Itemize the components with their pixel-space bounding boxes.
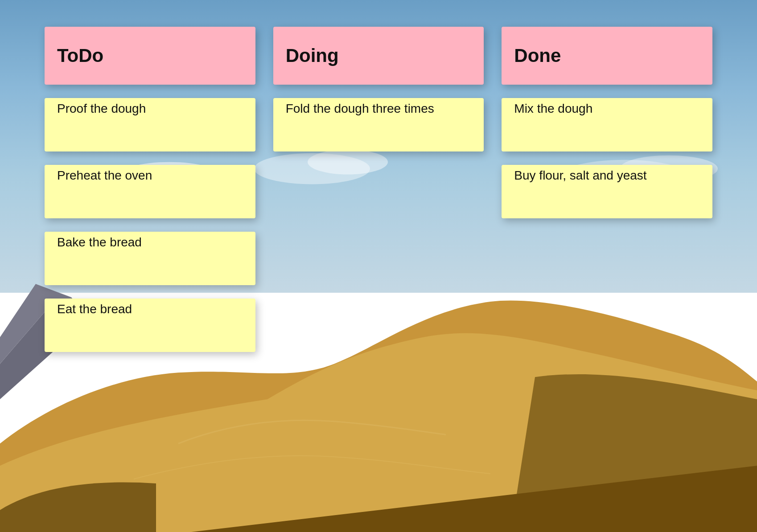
card-fold-dough[interactable]: Fold the dough three times — [273, 98, 484, 151]
card-eat-bread[interactable]: Eat the bread — [45, 299, 255, 352]
todo-header[interactable]: ToDo — [45, 27, 255, 85]
doing-column: Doing Fold the dough three times — [264, 27, 493, 505]
done-column: Done Mix the dough Buy flour, salt and y… — [493, 27, 721, 505]
card-proof-dough[interactable]: Proof the dough — [45, 98, 255, 151]
kanban-board: ToDo Proof the dough Preheat the oven Ba… — [0, 0, 757, 532]
doing-header[interactable]: Doing — [273, 27, 484, 85]
card-bake-bread[interactable]: Bake the bread — [45, 232, 255, 285]
card-preheat-oven[interactable]: Preheat the oven — [45, 165, 255, 218]
card-mix-dough[interactable]: Mix the dough — [502, 98, 712, 151]
done-header[interactable]: Done — [502, 27, 712, 85]
card-buy-flour[interactable]: Buy flour, salt and yeast — [502, 165, 712, 218]
todo-column: ToDo Proof the dough Preheat the oven Ba… — [36, 27, 264, 505]
